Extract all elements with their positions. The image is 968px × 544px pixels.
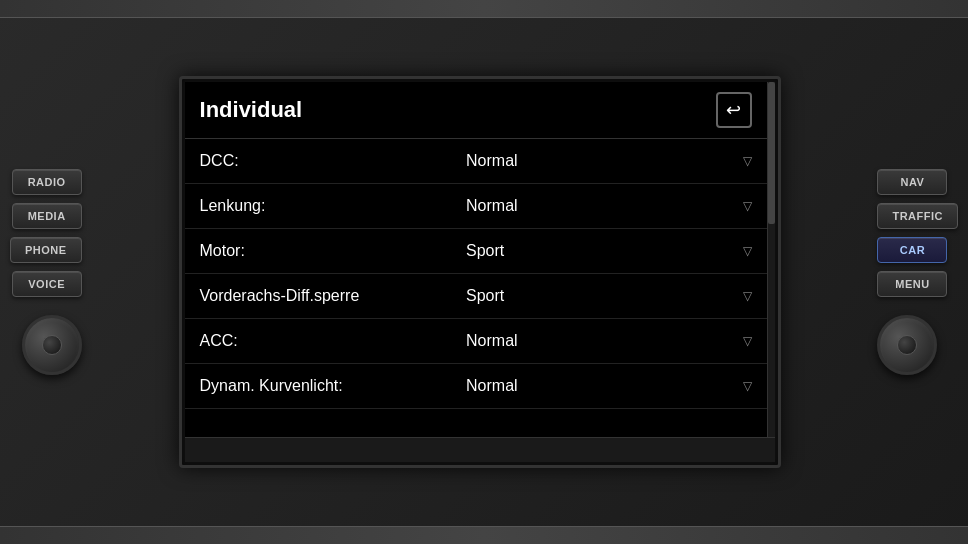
menu-header: Individual ↩ bbox=[185, 82, 767, 139]
item-label-acc: ACC: bbox=[200, 332, 467, 350]
screen-container: Individual ↩ DCC: Normal ▽ bbox=[92, 76, 868, 468]
left-knob-inner bbox=[42, 335, 62, 355]
chevron-down-icon: ▽ bbox=[743, 334, 752, 348]
screen-bezel: Individual ↩ DCC: Normal ▽ bbox=[179, 76, 781, 468]
item-value-vorderachs: Sport bbox=[466, 287, 733, 305]
menu-items-list: DCC: Normal ▽ Lenkung: Normal ▽ Motor: bbox=[185, 139, 767, 437]
item-label-dcc: DCC: bbox=[200, 152, 467, 170]
bottom-decorative-strip bbox=[0, 526, 968, 544]
right-knob[interactable] bbox=[877, 315, 937, 375]
list-item[interactable]: Motor: Sport ▽ bbox=[185, 229, 767, 274]
screen: Individual ↩ DCC: Normal ▽ bbox=[185, 82, 775, 462]
phone-button[interactable]: PHONE bbox=[10, 237, 82, 263]
menu-area: Individual ↩ DCC: Normal ▽ bbox=[185, 82, 767, 437]
item-value-lenkung: Normal bbox=[466, 197, 733, 215]
right-button-panel: NAV TRAFFIC CAR MENU bbox=[877, 169, 958, 375]
scrollbar-thumb[interactable] bbox=[768, 82, 775, 224]
traffic-button[interactable]: TRAFFIC bbox=[877, 203, 958, 229]
right-knob-inner bbox=[897, 335, 917, 355]
car-button[interactable]: CAR bbox=[877, 237, 947, 263]
media-button[interactable]: MEDIA bbox=[12, 203, 82, 229]
screen-inner: Individual ↩ DCC: Normal ▽ bbox=[185, 82, 775, 437]
left-knob[interactable] bbox=[22, 315, 82, 375]
chevron-down-icon: ▽ bbox=[743, 199, 752, 213]
item-value-dcc: Normal bbox=[466, 152, 733, 170]
list-item[interactable]: ACC: Normal ▽ bbox=[185, 319, 767, 364]
back-arrow-icon: ↩ bbox=[726, 99, 741, 121]
menu-button[interactable]: MENU bbox=[877, 271, 947, 297]
chevron-down-icon: ▽ bbox=[743, 154, 752, 168]
item-label-vorderachs: Vorderachs-Diff.sperre bbox=[200, 287, 467, 305]
item-label-motor: Motor: bbox=[200, 242, 467, 260]
item-label-kurvenlicht: Dynam. Kurvenlicht: bbox=[200, 377, 467, 395]
scrollbar-track[interactable] bbox=[767, 82, 775, 437]
radio-button[interactable]: RADIO bbox=[12, 169, 82, 195]
menu-title: Individual bbox=[200, 97, 303, 123]
list-item[interactable]: Dynam. Kurvenlicht: Normal ▽ bbox=[185, 364, 767, 409]
screen-bottom-strip bbox=[185, 437, 775, 462]
list-item[interactable]: Vorderachs-Diff.sperre Sport ▽ bbox=[185, 274, 767, 319]
voice-button[interactable]: VOICE bbox=[12, 271, 82, 297]
item-value-acc: Normal bbox=[466, 332, 733, 350]
item-value-kurvenlicht: Normal bbox=[466, 377, 733, 395]
chevron-down-icon: ▽ bbox=[743, 289, 752, 303]
chevron-down-icon: ▽ bbox=[743, 244, 752, 258]
list-item[interactable]: DCC: Normal ▽ bbox=[185, 139, 767, 184]
nav-button[interactable]: NAV bbox=[877, 169, 947, 195]
chevron-down-icon: ▽ bbox=[743, 379, 752, 393]
item-value-motor: Sport bbox=[466, 242, 733, 260]
item-label-lenkung: Lenkung: bbox=[200, 197, 467, 215]
list-item[interactable]: Lenkung: Normal ▽ bbox=[185, 184, 767, 229]
top-decorative-strip bbox=[0, 0, 968, 18]
left-button-panel: RADIO MEDIA PHONE VOICE bbox=[10, 169, 82, 375]
back-button[interactable]: ↩ bbox=[716, 92, 752, 128]
head-unit: RADIO MEDIA PHONE VOICE Individual ↩ bbox=[0, 0, 968, 544]
